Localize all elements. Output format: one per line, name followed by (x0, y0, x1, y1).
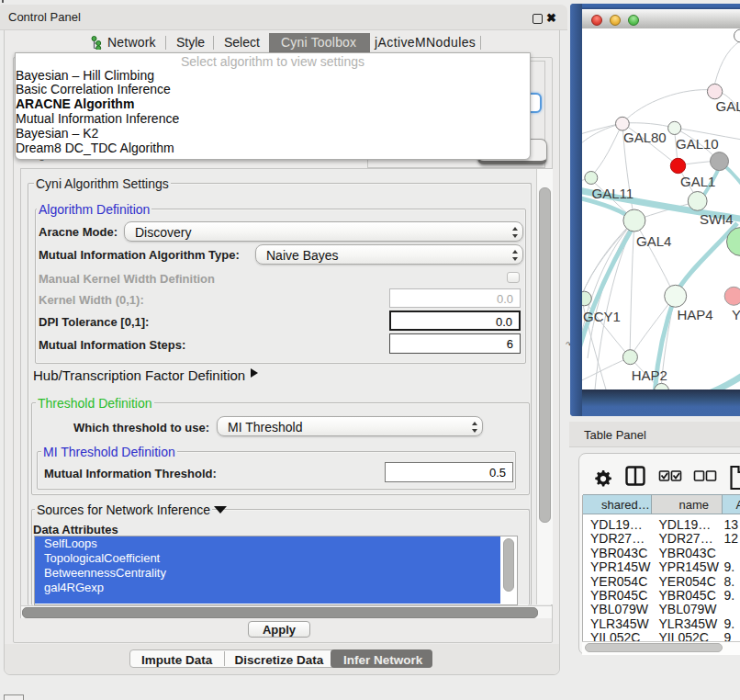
svg-text:GAL1: GAL1 (680, 174, 715, 189)
svg-text:HAP2: HAP2 (632, 367, 667, 383)
svg-text:GAL4: GAL4 (636, 233, 671, 249)
svg-text:GAL10: GAL10 (676, 136, 719, 152)
svg-text:GAL11: GAL11 (592, 186, 634, 201)
svg-text:GAL7: GAL7 (716, 98, 740, 114)
svg-text:HAP4: HAP4 (678, 307, 713, 322)
svg-text:GCY1: GCY1 (583, 309, 621, 324)
svg-text:Y: Y (732, 307, 740, 322)
svg-text:GAL80: GAL80 (623, 130, 667, 145)
svg-text:SWI4: SWI4 (700, 211, 734, 227)
